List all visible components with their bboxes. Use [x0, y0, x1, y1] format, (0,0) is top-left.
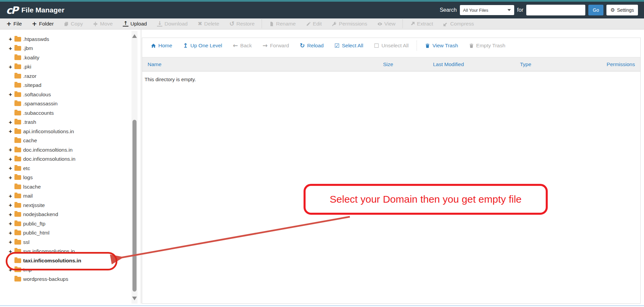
tree-item-api-inficomsolutions-in[interactable]: +api.inficomsolutions.in: [0, 127, 131, 136]
tree-item-label: svs.inficomsolutions.in: [23, 248, 75, 254]
toolbar-item-file[interactable]: +File: [1, 18, 27, 29]
extract-icon: [410, 21, 415, 27]
expand-icon[interactable]: +: [9, 119, 14, 125]
folder-icon: [14, 175, 21, 180]
expand-icon[interactable]: +: [9, 212, 14, 217]
folder-icon: [14, 64, 21, 69]
tree-item-trash[interactable]: +.trash: [0, 118, 131, 127]
compress-icon: [443, 21, 448, 27]
column-header-size[interactable]: Size: [368, 61, 408, 67]
toolbar-item-label: Move: [100, 21, 113, 27]
scroll-down-icon[interactable]: [132, 297, 137, 300]
tree-item-ssl[interactable]: +ssl: [0, 238, 131, 247]
expand-icon[interactable]: +: [9, 129, 14, 134]
expand-icon[interactable]: +: [9, 221, 14, 226]
expand-icon[interactable]: +: [9, 147, 14, 153]
folder-icon: [14, 203, 21, 208]
tree-item-label: doc.inficomsolutions.in: [23, 156, 75, 162]
expand-icon[interactable]: +: [9, 46, 14, 51]
tree-item-cache[interactable]: cache: [0, 136, 131, 146]
tree-item-label: tmp: [23, 267, 32, 273]
expand-icon[interactable]: +: [9, 92, 14, 97]
nav-item-reload[interactable]: ↻Reload: [294, 43, 329, 49]
expand-icon[interactable]: +: [9, 36, 14, 42]
file-actions-toolbar: +File+FolderCopyMove↑Upload↓Download✖Del…: [0, 18, 644, 30]
tree-item-etc[interactable]: +etc: [0, 164, 131, 173]
nav-item-select-all[interactable]: ☑Select All: [329, 43, 369, 49]
nav-item-up-one-level[interactable]: ↥Up One Level: [177, 43, 227, 49]
annotation-callout: Select your Domain then you get empty fi…: [304, 184, 548, 215]
toolbar-item-folder[interactable]: +Folder: [27, 18, 59, 29]
nav-item-view-trash[interactable]: View Trash: [420, 43, 463, 49]
column-header-type[interactable]: Type: [489, 61, 562, 67]
nav-divider: [417, 41, 417, 51]
column-header-last-modified[interactable]: Last Modified: [408, 61, 489, 67]
tree-item-nextjssite[interactable]: +nextjssite: [0, 201, 131, 210]
settings-button[interactable]: ⚙ Settings: [606, 5, 638, 15]
tree-item-htpasswds[interactable]: +.htpasswds: [0, 35, 131, 44]
expand-icon[interactable]: +: [9, 239, 14, 245]
expand-icon[interactable]: +: [9, 156, 14, 162]
expand-icon[interactable]: +: [9, 230, 14, 236]
tree-item-label: nodejsbackend: [23, 211, 58, 217]
toolbar-item-move: Move: [88, 18, 118, 29]
expand-icon[interactable]: +: [9, 165, 14, 171]
tree-item-pki[interactable]: +.pki: [0, 62, 131, 72]
sidebar-scrollbar[interactable]: [131, 31, 138, 304]
tree-item-mail[interactable]: +mail: [0, 192, 131, 201]
nav-item-label: Forward: [270, 43, 289, 49]
expand-icon[interactable]: +: [9, 64, 14, 70]
folder-icon: [14, 55, 21, 60]
expand-icon[interactable]: +: [9, 249, 14, 254]
expand-icon[interactable]: +: [9, 193, 14, 199]
tree-item-wordpress-backups[interactable]: wordpress-backups: [0, 274, 131, 284]
tree-item-nodejsbackend[interactable]: +nodejsbackend: [0, 210, 131, 219]
toolbar-item-label: Edit: [313, 21, 322, 27]
expand-icon[interactable]: +: [9, 267, 14, 273]
download-icon: ↓: [157, 21, 163, 27]
scroll-up-icon[interactable]: [132, 34, 137, 38]
tree-item-doc-inficomsoltions-in[interactable]: +doc.inficomsoltions.in: [0, 145, 131, 155]
nav-item-label: View Trash: [432, 43, 458, 49]
tree-item-label: .softaculous: [23, 92, 51, 98]
tree-item-doc-inficomsolutions-in[interactable]: +doc.inficomsolutions.in: [0, 155, 131, 164]
tree-item-label: doc.inficomsoltions.in: [23, 147, 72, 153]
nav-item-home[interactable]: Home: [146, 43, 177, 49]
tree-item-label: .trash: [23, 119, 36, 125]
tree-item-razor[interactable]: .razor: [0, 71, 131, 81]
tree-item-spamassassin[interactable]: .spamassassin: [0, 99, 131, 109]
tree-item-subaccounts[interactable]: .subaccounts: [0, 108, 131, 118]
toolbar-item-rename: Rename: [264, 18, 301, 29]
settings-label: Settings: [617, 7, 634, 13]
tree-item-tmp[interactable]: +tmp: [0, 265, 131, 275]
folder-icon: [14, 46, 21, 51]
tree-item-sitepad[interactable]: .sitepad: [0, 81, 131, 90]
column-header-name[interactable]: Name: [148, 61, 368, 67]
search-scope-select[interactable]: All Your Files: [460, 5, 514, 15]
expand-icon[interactable]: +: [9, 202, 14, 208]
tree-item-taxi-inficomsolutions-in[interactable]: taxi.inficomsolutions.in: [0, 256, 131, 265]
folder-icon: [14, 231, 21, 235]
toolbar-item-label: Permissions: [339, 21, 367, 27]
tree-item-logs[interactable]: +logs: [0, 173, 131, 183]
toolbar-item-upload[interactable]: ↑Upload: [118, 18, 152, 29]
tree-item-koality[interactable]: .koality: [0, 53, 131, 62]
tree-item-label: public_html: [23, 230, 49, 236]
tree-item-softaculous[interactable]: +.softaculous: [0, 90, 131, 99]
select-all-icon: ☑: [334, 43, 339, 49]
search-input[interactable]: [526, 5, 585, 15]
tree-item-public-html[interactable]: +public_html: [0, 228, 131, 238]
tree-item-public-ftp[interactable]: +public_ftp: [0, 219, 131, 228]
tree-item-lscache[interactable]: lscache: [0, 182, 131, 192]
tree-item-label: .sitepad: [23, 82, 41, 88]
folder-icon: [14, 249, 21, 254]
folder-icon: [14, 157, 21, 161]
scrollbar-thumb[interactable]: [132, 120, 137, 292]
expand-icon[interactable]: +: [9, 175, 14, 181]
toolbar-item-label: Download: [164, 21, 187, 27]
go-button[interactable]: Go: [588, 5, 603, 15]
column-header-permissions[interactable]: Permissions: [562, 61, 635, 67]
toolbar-item-label: Compress: [450, 21, 474, 27]
tree-item-jbm[interactable]: +.jbm: [0, 44, 131, 53]
tree-item-svs-inficomsolutions-in[interactable]: +svs.inficomsolutions.in: [0, 247, 131, 256]
